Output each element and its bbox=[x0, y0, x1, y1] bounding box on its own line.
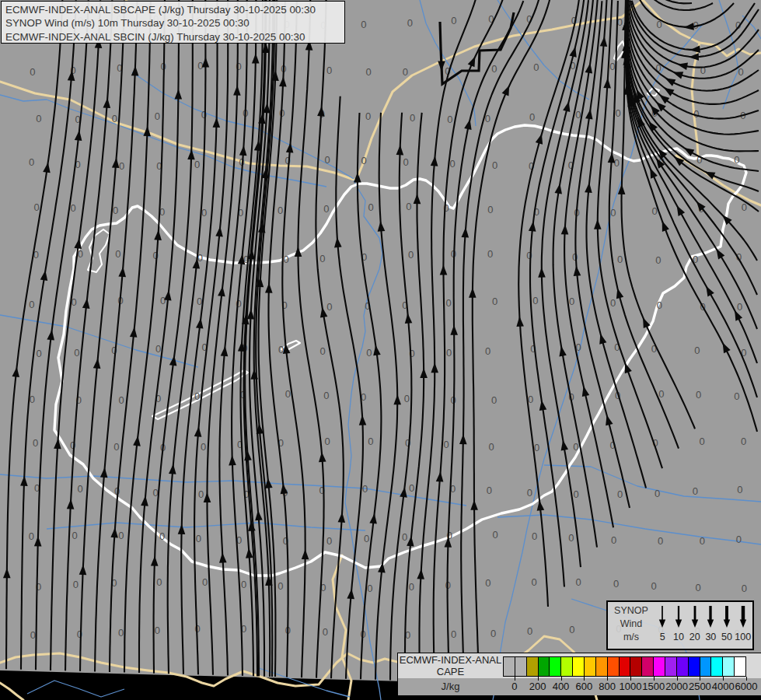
cape-color-swatch bbox=[515, 656, 526, 677]
grid-zero-label: 0 bbox=[492, 159, 497, 171]
wind-scale-item: 10 bbox=[671, 602, 687, 649]
cape-color-swatch bbox=[641, 656, 653, 677]
cape-color-scale-legend: ECMWF-INDEX-ANAL CAPE J/kg 0200400600800… bbox=[397, 653, 761, 695]
grid-zero-label: 0 bbox=[73, 579, 79, 590]
weather-map-canvas: 0000000000000000000000000000000000000000… bbox=[0, 0, 761, 700]
grid-zero-label: 0 bbox=[617, 488, 623, 500]
grid-zero-label: 0 bbox=[285, 388, 291, 400]
wind-scale-item: 30 bbox=[703, 602, 719, 649]
grid-zero-label: 0 bbox=[29, 156, 34, 168]
grid-zero-label: 0 bbox=[736, 534, 742, 545]
grid-zero-label: 0 bbox=[407, 17, 413, 29]
cape-color-swatch bbox=[595, 656, 607, 677]
map-title-box: ECMWF-INDEX-ANAL SBCAPE (J/kg) Thursday … bbox=[1, 1, 345, 44]
grid-zero-label: 0 bbox=[651, 580, 656, 592]
grid-zero-label: 0 bbox=[364, 533, 369, 544]
grid-zero-label: 0 bbox=[693, 485, 698, 497]
grid-zero-label: 0 bbox=[112, 113, 117, 124]
grid-zero-label: 0 bbox=[575, 109, 581, 121]
cape-tick-label: 1500 bbox=[642, 681, 665, 692]
grid-zero-label: 0 bbox=[734, 390, 739, 402]
grid-zero-label: 0 bbox=[77, 483, 82, 495]
grid-zero-label: 0 bbox=[319, 345, 325, 357]
cape-color-swatch bbox=[572, 656, 584, 677]
grid-zero-label: 0 bbox=[326, 535, 332, 547]
grid-zero-label: 0 bbox=[409, 581, 414, 593]
grid-zero-label: 0 bbox=[575, 576, 581, 588]
down-arrow-icon bbox=[672, 604, 685, 629]
cape-color-swatch bbox=[526, 656, 538, 677]
cape-color-swatch bbox=[688, 656, 700, 677]
grid-zero-label: 0 bbox=[487, 485, 492, 496]
grid-zero-label: 0 bbox=[700, 535, 705, 547]
wind-scale-value: 100 bbox=[735, 632, 751, 642]
cape-colorbar bbox=[503, 656, 746, 677]
wind-scale-value: 20 bbox=[686, 632, 703, 642]
grid-zero-label: 0 bbox=[533, 61, 539, 73]
grid-zero-label: 0 bbox=[527, 487, 532, 499]
cape-color-swatch bbox=[630, 656, 641, 677]
grid-zero-label: 0 bbox=[160, 295, 166, 306]
grid-zero-label: 0 bbox=[30, 66, 35, 78]
wind-legend-unit: m/s bbox=[608, 631, 655, 644]
cape-tick-label: 2000 bbox=[665, 681, 688, 692]
grid-zero-label: 0 bbox=[33, 437, 38, 449]
grid-zero-label: 0 bbox=[694, 345, 700, 356]
grid-zero-label: 0 bbox=[700, 65, 706, 76]
grid-zero-label: 0 bbox=[493, 529, 498, 541]
grid-zero-label: 0 bbox=[36, 348, 41, 359]
grid-zero-label: 0 bbox=[403, 66, 408, 78]
grid-zero-label: 0 bbox=[324, 154, 330, 166]
grid-zero-label: 0 bbox=[658, 388, 664, 400]
grid-zero-label: 0 bbox=[615, 107, 620, 119]
grid-zero-label: 0 bbox=[402, 531, 407, 543]
grid-zero-label: 0 bbox=[408, 249, 414, 261]
grid-zero-label: 0 bbox=[613, 578, 619, 590]
wind-legend-scale: 5 10 20 30 50 100 bbox=[655, 602, 751, 649]
grid-zero-label: 0 bbox=[236, 61, 241, 72]
cape-color-swatch bbox=[653, 656, 665, 677]
grid-zero-label: 0 bbox=[737, 301, 742, 313]
grid-zero-label: 0 bbox=[362, 483, 368, 495]
grid-zero-label: 0 bbox=[569, 624, 574, 635]
grid-zero-label: 0 bbox=[487, 248, 493, 260]
grid-zero-label: 0 bbox=[118, 530, 124, 541]
cape-tick-label: 600 bbox=[575, 681, 592, 692]
grid-zero-label: 0 bbox=[156, 576, 162, 588]
grid-zero-label: 0 bbox=[29, 530, 34, 542]
grid-zero-label: 0 bbox=[696, 582, 701, 593]
cape-tick-label: 800 bbox=[599, 681, 616, 692]
grid-zero-label: 0 bbox=[446, 347, 452, 359]
title-line-sbcin: ECMWF-INDEX-ANAL SBCIN (J/kg) Thursday 3… bbox=[5, 30, 344, 44]
wind-legend-title: SYNOP Wind m/s bbox=[608, 604, 655, 644]
grid-zero-label: 0 bbox=[278, 205, 283, 216]
cape-color-swatch bbox=[665, 656, 676, 677]
cape-tick-label: 400 bbox=[553, 681, 570, 692]
grid-zero-label: 0 bbox=[72, 530, 77, 541]
grid-zero-label: 0 bbox=[532, 530, 537, 542]
grid-zero-label: 0 bbox=[324, 436, 330, 447]
grid-zero-label: 0 bbox=[403, 156, 409, 168]
wind-scale-value: 5 bbox=[655, 632, 671, 642]
grid-zero-label: 0 bbox=[29, 299, 34, 310]
cape-tick-label: 6000 bbox=[735, 681, 758, 692]
down-arrow-icon bbox=[737, 604, 749, 629]
grid-zero-label: 0 bbox=[527, 625, 532, 637]
cape-color-swatch bbox=[734, 656, 746, 677]
grid-zero-label: 0 bbox=[532, 576, 537, 588]
grid-zero-label: 0 bbox=[451, 15, 456, 26]
grid-zero-label: 0 bbox=[491, 63, 497, 75]
down-arrow-icon bbox=[689, 604, 701, 629]
cape-color-swatch bbox=[607, 656, 619, 677]
grid-zero-label: 0 bbox=[693, 108, 699, 120]
grid-zero-label: 0 bbox=[490, 628, 496, 639]
grid-zero-label: 0 bbox=[155, 625, 160, 636]
grid-zero-label: 0 bbox=[323, 626, 328, 638]
grid-zero-label: 0 bbox=[119, 160, 124, 172]
grid-zero-label: 0 bbox=[323, 203, 329, 215]
cape-legend-unit: J/kg bbox=[398, 681, 503, 692]
cape-color-swatch bbox=[538, 656, 550, 677]
cape-tick-label: 1000 bbox=[620, 681, 642, 692]
grid-zero-label: 0 bbox=[409, 482, 414, 494]
grid-zero-label: 0 bbox=[655, 488, 660, 499]
